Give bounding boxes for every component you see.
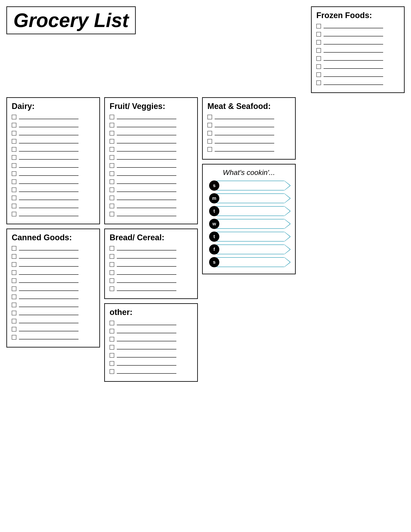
list-item xyxy=(12,303,95,307)
checkbox[interactable] xyxy=(110,155,114,160)
list-item xyxy=(12,139,95,144)
check-line xyxy=(117,115,176,119)
list-item xyxy=(316,56,399,61)
checkbox[interactable] xyxy=(12,196,16,200)
checkbox[interactable] xyxy=(316,80,321,85)
checkbox[interactable] xyxy=(12,327,16,332)
checkbox[interactable] xyxy=(12,319,16,323)
list-item xyxy=(316,64,399,69)
checkbox[interactable] xyxy=(12,311,16,315)
whats-cookin-title: What's cookin'... xyxy=(207,168,290,177)
arrow-point-icon xyxy=(284,181,290,190)
day-circle-s2: s xyxy=(209,257,219,267)
checkbox[interactable] xyxy=(12,131,16,135)
checkbox[interactable] xyxy=(110,361,114,366)
list-item xyxy=(12,204,95,208)
list-item xyxy=(110,337,193,342)
checkbox[interactable] xyxy=(110,270,114,275)
checkbox[interactable] xyxy=(12,155,16,160)
checkbox[interactable] xyxy=(12,188,16,192)
checkbox[interactable] xyxy=(12,254,16,259)
checkbox[interactable] xyxy=(12,179,16,184)
checkbox[interactable] xyxy=(110,123,114,127)
checkbox[interactable] xyxy=(12,171,16,176)
checkbox[interactable] xyxy=(12,286,16,291)
list-item xyxy=(207,115,290,119)
checkbox[interactable] xyxy=(110,286,114,291)
list-item xyxy=(110,329,193,333)
checkbox[interactable] xyxy=(12,115,16,119)
list-item xyxy=(12,115,95,119)
checkbox[interactable] xyxy=(110,131,114,135)
checkbox[interactable] xyxy=(110,329,114,333)
checkbox[interactable] xyxy=(110,278,114,283)
checkbox[interactable] xyxy=(316,56,321,61)
checkbox[interactable] xyxy=(110,196,114,200)
checkbox[interactable] xyxy=(207,147,212,152)
checkbox[interactable] xyxy=(110,345,114,350)
meat-seafood-section: Meat & Seafood: xyxy=(202,97,296,160)
checkbox[interactable] xyxy=(12,262,16,267)
checkbox[interactable] xyxy=(110,369,114,374)
day-tab-wednesday: w xyxy=(207,219,290,229)
day-tab-tuesday: t xyxy=(207,206,290,216)
checkbox[interactable] xyxy=(316,40,321,45)
checkbox[interactable] xyxy=(316,72,321,77)
check-line xyxy=(117,204,176,208)
checkbox[interactable] xyxy=(110,188,114,192)
list-item xyxy=(12,278,95,283)
checkbox[interactable] xyxy=(110,212,114,216)
checkbox[interactable] xyxy=(12,270,16,275)
checkbox[interactable] xyxy=(12,147,16,152)
checkbox[interactable] xyxy=(12,204,16,208)
checkbox[interactable] xyxy=(110,179,114,184)
checkbox[interactable] xyxy=(316,64,321,69)
checkbox[interactable] xyxy=(12,123,16,127)
checkbox[interactable] xyxy=(110,246,114,251)
check-line xyxy=(19,287,78,291)
other-section: other: xyxy=(104,303,198,382)
list-item xyxy=(110,246,193,251)
check-line xyxy=(117,270,176,275)
checkbox[interactable] xyxy=(12,246,16,251)
checkbox[interactable] xyxy=(110,337,114,342)
list-item xyxy=(12,131,95,135)
list-item xyxy=(12,286,95,291)
checkbox[interactable] xyxy=(110,147,114,152)
checkbox[interactable] xyxy=(12,212,16,216)
checkbox[interactable] xyxy=(207,115,212,119)
checkbox[interactable] xyxy=(110,321,114,325)
checkbox[interactable] xyxy=(316,24,321,28)
checkbox[interactable] xyxy=(12,278,16,283)
checkbox[interactable] xyxy=(110,163,114,168)
list-item xyxy=(12,179,95,184)
svg-marker-3 xyxy=(284,193,290,203)
checkbox[interactable] xyxy=(110,115,114,119)
checkbox[interactable] xyxy=(12,163,16,168)
checkbox[interactable] xyxy=(110,262,114,267)
check-line xyxy=(19,171,78,176)
checkbox[interactable] xyxy=(110,204,114,208)
check-line xyxy=(117,155,176,160)
checkbox[interactable] xyxy=(12,303,16,307)
arrow-wrapper xyxy=(217,257,290,267)
checkbox[interactable] xyxy=(207,139,212,144)
checkbox[interactable] xyxy=(12,294,16,299)
checkbox[interactable] xyxy=(207,123,212,127)
check-line xyxy=(117,279,176,283)
checkbox[interactable] xyxy=(316,48,321,53)
checkbox[interactable] xyxy=(316,32,321,37)
check-line xyxy=(19,270,78,275)
svg-marker-9 xyxy=(284,232,290,242)
checkbox[interactable] xyxy=(110,171,114,176)
checkbox[interactable] xyxy=(207,131,212,135)
checkbox[interactable] xyxy=(110,353,114,358)
day-circle-t2: t xyxy=(209,231,219,242)
arrow-point-icon xyxy=(284,257,290,267)
check-line xyxy=(324,40,383,45)
checkbox[interactable] xyxy=(110,254,114,259)
checkbox[interactable] xyxy=(110,139,114,144)
checkbox[interactable] xyxy=(12,335,16,340)
svg-marker-1 xyxy=(284,181,290,190)
checkbox[interactable] xyxy=(12,139,16,144)
